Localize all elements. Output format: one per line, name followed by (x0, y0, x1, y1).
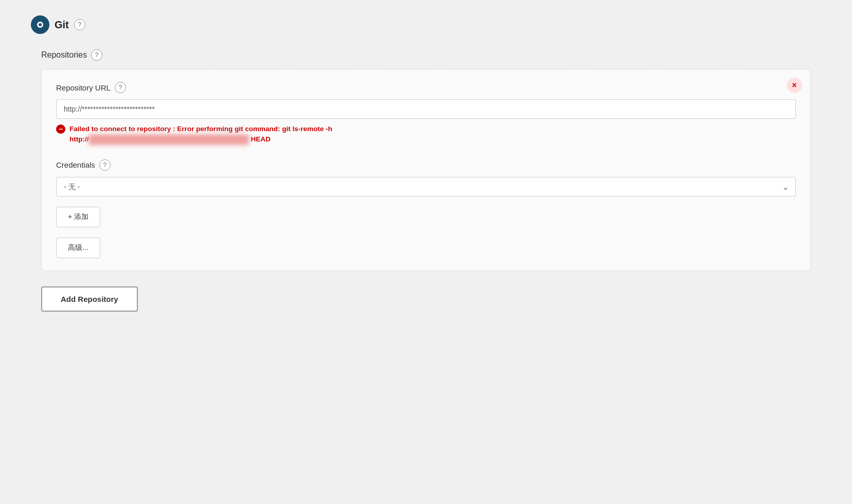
add-credentials-button[interactable]: + 添加 (56, 207, 100, 227)
credentials-select[interactable]: - 无 - (56, 177, 796, 196)
credentials-select-wrapper: - 无 - ⌄ (56, 177, 796, 196)
repositories-section-label: Repositories ? (31, 49, 821, 61)
url-help-badge[interactable]: ? (115, 82, 126, 93)
repository-url-label: Repository URL ? (56, 82, 796, 93)
credentials-help-badge[interactable]: ? (99, 159, 111, 171)
error-line2-end: HEAD (251, 135, 271, 143)
repository-url-input[interactable] (56, 99, 796, 119)
close-button[interactable]: × (787, 78, 802, 93)
add-credentials-label: + 添加 (68, 212, 88, 222)
add-repository-button[interactable]: Add Repository (41, 286, 138, 312)
repository-card: × Repository URL ? − Failed to connect t… (41, 69, 811, 271)
advanced-button[interactable]: 高级... (56, 238, 100, 258)
repositories-label-text: Repositories (41, 50, 87, 60)
error-line1: Failed to connect to repository : Error … (69, 125, 332, 133)
repositories-help-badge[interactable]: ? (91, 49, 102, 61)
git-icon-inner (37, 22, 43, 28)
header-help-badge[interactable]: ? (74, 19, 85, 30)
git-icon (31, 15, 49, 34)
error-message: − Failed to connect to repository : Erro… (56, 124, 796, 145)
credentials-label: Credentials ? (56, 159, 796, 171)
error-icon: − (56, 124, 65, 134)
url-label-text: Repository URL (56, 83, 111, 92)
add-repository-label: Add Repository (61, 295, 118, 303)
credentials-label-text: Credentials (56, 160, 95, 169)
advanced-label: 高级... (68, 243, 88, 251)
error-text: Failed to connect to repository : Error … (69, 124, 796, 145)
header-row: Git ? (31, 15, 821, 34)
error-line2-blurred (88, 134, 248, 145)
page-title: Git (55, 19, 69, 31)
credentials-section: Credentials ? - 无 - ⌄ (56, 159, 796, 196)
page-container: Git ? Repositories ? × Repository URL ? … (0, 0, 852, 504)
error-line2-prefix: http:// (69, 135, 88, 143)
